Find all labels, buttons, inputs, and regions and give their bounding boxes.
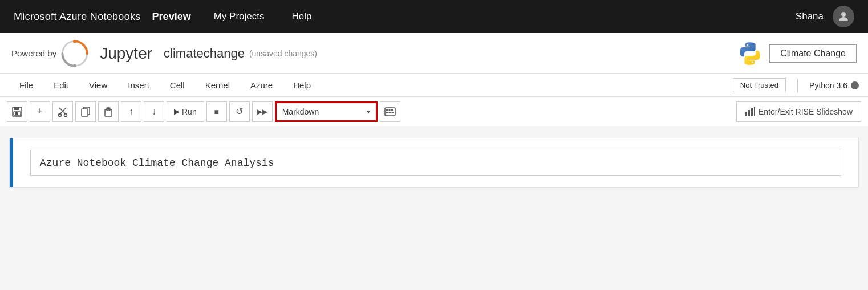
svg-rect-7 <box>14 107 19 110</box>
menu-bar: File Edit View Insert Cell Kernel Azure … <box>0 74 868 97</box>
svg-rect-29 <box>754 107 755 116</box>
svg-rect-9 <box>15 112 18 115</box>
bar-chart-icon <box>745 107 755 117</box>
move-up-button[interactable]: ↑ <box>121 101 141 122</box>
move-down-button[interactable]: ↓ <box>144 101 164 122</box>
add-cell-button[interactable]: + <box>30 101 50 122</box>
nav-links: My Projects Help <box>214 11 312 22</box>
restart-button[interactable]: ↺ <box>229 101 250 122</box>
menu-help[interactable]: Help <box>283 76 321 95</box>
cell-type-value: Markdown <box>282 107 319 116</box>
svg-rect-20 <box>386 109 388 111</box>
jupyter-label: Jupyter <box>100 44 152 63</box>
copy-icon <box>80 107 91 117</box>
nav-right: Shana <box>796 6 854 27</box>
menu-items: File Edit View Insert Cell Kernel Azure … <box>9 76 733 95</box>
cell-container: Azure Notebook Climate Change Analysis <box>9 138 859 188</box>
restart-icon: ↺ <box>236 106 243 117</box>
save-icon <box>12 107 22 117</box>
plus-icon: + <box>37 105 43 117</box>
svg-rect-22 <box>391 109 393 111</box>
cell-text-display[interactable]: Azure Notebook Climate Change Analysis <box>30 150 841 176</box>
unsaved-changes-label: (unsaved changes) <box>249 49 317 58</box>
svg-rect-27 <box>748 110 750 116</box>
fast-forward-icon: ▶▶ <box>257 108 267 116</box>
menu-edit[interactable]: Edit <box>43 76 79 95</box>
climate-change-button[interactable]: Climate Change <box>769 44 857 63</box>
cut-button[interactable] <box>52 101 73 122</box>
preview-label: Preview <box>152 11 191 23</box>
svg-rect-23 <box>386 112 388 113</box>
svg-rect-28 <box>751 108 753 116</box>
username: Shana <box>796 11 824 22</box>
menu-view[interactable]: View <box>79 76 117 95</box>
cut-icon <box>58 107 68 117</box>
kernel-status-dot <box>851 81 859 89</box>
jupyter-logo-area <box>61 40 91 67</box>
rise-btn-label: Enter/Exit RISE Slideshow <box>759 107 853 116</box>
up-arrow-icon: ↑ <box>129 107 133 117</box>
brand-name: Microsoft Azure Notebooks <box>14 11 141 23</box>
jupyter-header: Powered by Jupyter climatechange (unsave… <box>0 33 868 74</box>
run-label: Run <box>182 107 197 116</box>
help-link[interactable]: Help <box>291 11 311 22</box>
svg-rect-25 <box>392 112 394 113</box>
run-step-icon: ▶ <box>174 107 180 116</box>
svg-point-2 <box>73 40 76 43</box>
menu-insert[interactable]: Insert <box>117 76 160 95</box>
svg-rect-21 <box>388 109 390 111</box>
menu-right-area: Not Trusted Python 3.6 <box>733 78 859 92</box>
header-right: Climate Change <box>737 41 857 66</box>
chevron-down-icon: ▾ <box>367 108 370 116</box>
svg-point-5 <box>752 61 754 63</box>
svg-rect-26 <box>745 112 747 116</box>
toolbar: + ↑ ↓ ▶ Run ■ <box>0 97 868 126</box>
svg-rect-18 <box>107 108 110 109</box>
rise-slideshow-button[interactable]: Enter/Exit RISE Slideshow <box>736 101 861 122</box>
keyboard-shortcuts-button[interactable] <box>380 101 400 122</box>
avatar[interactable] <box>833 6 854 27</box>
svg-rect-24 <box>388 112 391 113</box>
python-version-text: Python 3.6 <box>809 81 847 90</box>
cell-type-dropdown[interactable]: Markdown ▾ <box>275 101 378 122</box>
svg-point-13 <box>64 113 67 116</box>
my-projects-link[interactable]: My Projects <box>214 11 265 22</box>
save-button[interactable] <box>7 101 27 122</box>
cell-content: Azure Notebook Climate Change Analysis <box>13 138 858 187</box>
stop-button[interactable]: ■ <box>206 101 227 122</box>
paste-button[interactable] <box>98 101 119 122</box>
svg-point-12 <box>59 113 62 116</box>
powered-by-label: Powered by <box>11 48 56 58</box>
menu-file[interactable]: File <box>9 76 43 95</box>
menu-cell[interactable]: Cell <box>160 76 195 95</box>
python-version-area: Python 3.6 <box>809 81 859 90</box>
menu-azure[interactable]: Azure <box>240 76 283 95</box>
python-logo-icon <box>737 41 762 66</box>
menu-divider <box>797 79 798 92</box>
svg-point-4 <box>747 44 749 46</box>
svg-rect-15 <box>82 109 88 116</box>
top-navbar: Microsoft Azure Notebooks Preview My Pro… <box>0 0 868 33</box>
copy-button[interactable] <box>75 101 96 122</box>
run-button[interactable]: ▶ Run <box>167 101 204 122</box>
svg-point-0 <box>841 12 846 17</box>
not-trusted-button[interactable]: Not Trusted <box>733 78 786 92</box>
keyboard-icon <box>384 107 396 116</box>
fast-forward-button[interactable]: ▶▶ <box>252 101 273 122</box>
svg-point-3 <box>73 64 76 67</box>
menu-kernel[interactable]: Kernel <box>195 76 240 95</box>
stop-icon: ■ <box>214 107 218 116</box>
notebook-area: Azure Notebook Climate Change Analysis <box>0 126 868 218</box>
jupyter-spinner-icon <box>61 40 88 67</box>
down-arrow-icon: ↓ <box>152 107 156 117</box>
paste-icon <box>103 107 113 117</box>
notebook-name: climatechange <box>164 46 245 61</box>
